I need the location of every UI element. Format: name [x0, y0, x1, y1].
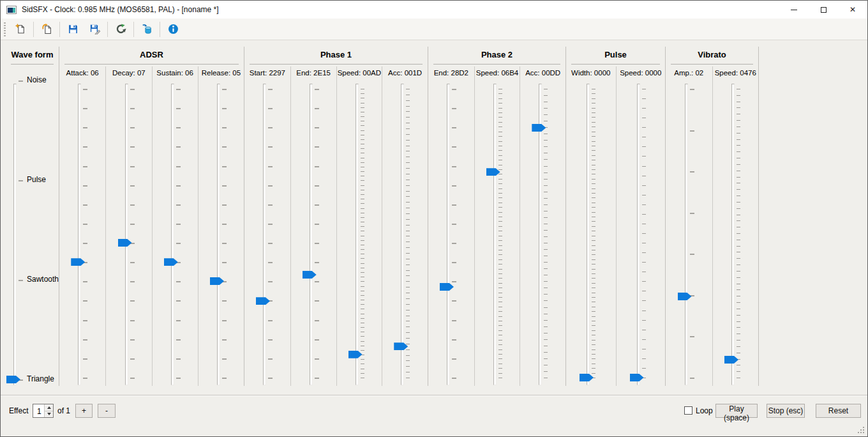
slider-handle-pulse-width[interactable] [580, 374, 594, 381]
maximize-button[interactable] [809, 1, 838, 19]
toolbar-separator [33, 22, 34, 37]
slider-area-pulse-width [566, 77, 616, 386]
slider-track-phase2-speed[interactable] [493, 84, 497, 385]
slider-track-vibrato-speed[interactable] [731, 84, 735, 385]
tick [544, 256, 548, 256]
add-effect-button[interactable]: + [75, 404, 93, 418]
slider-area-adsr-sustain [153, 77, 198, 386]
tick [544, 89, 548, 89]
close-button[interactable]: ✕ [838, 1, 867, 19]
slider-track-phase2-end[interactable] [447, 84, 450, 385]
save-as-button[interactable] [86, 20, 103, 38]
slider-track-phase1-start[interactable] [263, 84, 266, 385]
slider-handle-waveform-wave[interactable] [6, 376, 20, 383]
tick [498, 264, 502, 264]
new-file-icon [15, 24, 26, 34]
tick [406, 202, 410, 203]
tick [642, 243, 646, 243]
slider-track-pulse-speed[interactable] [637, 84, 640, 385]
tick [592, 373, 595, 374]
slider-handle-adsr-sustain[interactable] [164, 258, 178, 266]
stop-button[interactable]: Stop (esc) [767, 404, 805, 418]
tick [544, 352, 548, 353]
slider-handle-phase1-end[interactable] [303, 271, 317, 279]
tick [498, 98, 502, 99]
toolbar-gripper[interactable] [4, 22, 6, 36]
slider-handle-pulse-speed[interactable] [630, 374, 644, 381]
tick [592, 364, 595, 364]
slider-track-vibrato-amp[interactable] [685, 84, 688, 385]
group-title-pulse: Pulse [566, 47, 665, 61]
slider-track-adsr-decay[interactable] [125, 84, 128, 385]
tick [544, 281, 548, 282]
slider-handle-phase2-acc[interactable] [532, 124, 546, 132]
tick [592, 203, 595, 203]
tick [498, 183, 502, 184]
tick [406, 344, 410, 344]
slider-track-adsr-attack[interactable] [78, 84, 81, 385]
minimize-button[interactable] [779, 1, 809, 19]
slider-handle-adsr-attack[interactable] [71, 258, 85, 266]
group-underline [671, 64, 753, 65]
slider-track-phase1-end[interactable] [310, 84, 313, 385]
effect-spin-up[interactable] [45, 404, 53, 411]
tick [406, 236, 410, 236]
slider-handle-adsr-decay[interactable] [118, 239, 132, 247]
reset-button[interactable]: Reset [816, 404, 861, 418]
slider-handle-vibrato-speed[interactable] [724, 356, 738, 364]
info-button[interactable] [164, 20, 182, 38]
slider-track-waveform-wave[interactable] [13, 84, 17, 385]
tick [544, 121, 548, 121]
save-as-icon [89, 24, 100, 34]
tick [176, 224, 181, 225]
resize-grip[interactable] [858, 427, 864, 433]
tick [361, 89, 364, 89]
tick [222, 108, 227, 109]
remove-effect-button[interactable]: - [98, 404, 116, 418]
slider-track-adsr-sustain[interactable] [171, 84, 174, 385]
tick [361, 332, 364, 332]
slider-handle-vibrato-amp[interactable] [678, 293, 692, 300]
slider-groups: Wave formNoisePulseSawtoothTriangleADSRA… [6, 47, 759, 386]
slider-area-phase1-speed [337, 77, 382, 386]
slider-label-vibrato-speed: Speed: 0476 [713, 66, 759, 77]
slider-area-adsr-attack [59, 77, 105, 386]
slider-track-phase1-speed[interactable] [355, 84, 359, 385]
info-icon [168, 24, 179, 34]
reload-button[interactable] [112, 20, 130, 38]
tick [361, 268, 364, 268]
tick [592, 226, 595, 227]
new-effect-button[interactable] [11, 20, 29, 38]
slider-handle-phase1-start[interactable] [256, 297, 270, 305]
effect-spin-down[interactable] [45, 411, 53, 418]
slider-handle-phase1-speed[interactable] [348, 351, 363, 358]
loop-label: Loop [696, 406, 713, 415]
tick [361, 314, 364, 314]
slider-handle-phase2-end[interactable] [440, 283, 454, 291]
tick [498, 311, 502, 312]
slider-track-phase1-acc[interactable] [401, 84, 404, 385]
effect-spinner[interactable]: 1 [33, 404, 54, 418]
slider-handle-adsr-release[interactable] [210, 277, 224, 285]
tick [83, 108, 87, 109]
tick [406, 196, 410, 197]
tick [268, 146, 273, 148]
group-columns-adsr: Attack: 06Decay: 07Sustain: 06Release: 0… [59, 66, 244, 386]
export-button[interactable] [138, 20, 156, 38]
tick [406, 208, 410, 208]
tick [592, 254, 595, 255]
tick [544, 268, 548, 269]
tick [498, 112, 502, 113]
save-button[interactable] [64, 20, 82, 38]
slider-phase2-end: End: 28D2 [428, 66, 474, 386]
loop-checkbox[interactable] [684, 406, 692, 415]
open-file-button[interactable] [38, 20, 56, 38]
slider-track-pulse-width[interactable] [587, 84, 590, 385]
tick [498, 103, 502, 103]
slider-phase1-speed: Speed: 00AD [336, 66, 382, 386]
play-button[interactable]: Play (space) [715, 404, 758, 418]
slider-track-adsr-release[interactable] [217, 84, 220, 385]
tick [737, 315, 740, 316]
tick [592, 160, 595, 160]
tick [406, 355, 410, 356]
